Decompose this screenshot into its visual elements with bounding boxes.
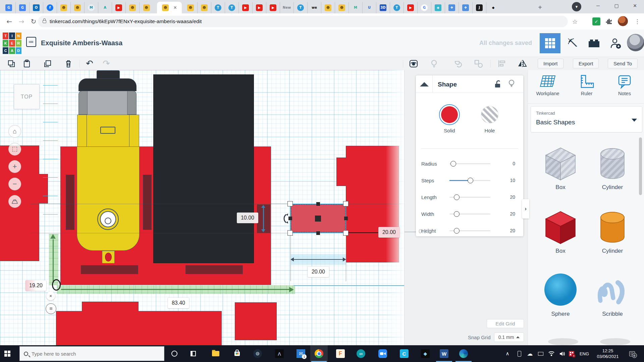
fusion360-icon[interactable]: F <box>333 345 348 362</box>
language-indicator[interactable]: ENG <box>578 345 591 362</box>
edit-grid-button[interactable]: Edit Grid <box>487 319 524 328</box>
browser-tab[interactable]: T <box>294 2 308 13</box>
slider-knob[interactable] <box>454 194 460 200</box>
yellow-body[interactable] <box>77 146 140 251</box>
back-icon[interactable]: ← <box>5 17 14 26</box>
slider-value[interactable]: 20 <box>510 194 515 200</box>
slider-track[interactable] <box>449 197 490 198</box>
tray-expand-icon[interactable]: ∧ <box>502 345 513 362</box>
export-button[interactable]: Export <box>573 59 599 68</box>
browser-tab[interactable]: ☻ <box>57 2 71 13</box>
capcut-icon[interactable]: C <box>397 345 412 362</box>
browser-tab[interactable]: ◈ <box>431 2 445 13</box>
browser-tab[interactable]: New <box>280 2 294 13</box>
edge-handle-right[interactable] <box>344 217 348 220</box>
ruler-options-button[interactable]: ≡ <box>46 303 56 314</box>
yellow-label-window[interactable] <box>100 127 115 134</box>
browser-tab[interactable]: T <box>225 2 239 13</box>
workplane-reset-button[interactable] <box>8 195 21 208</box>
snap-grid-dropdown[interactable]: 0.1 mm <box>494 333 524 342</box>
red-shape-bottom-right[interactable] <box>235 302 277 340</box>
slider-track[interactable] <box>449 230 490 231</box>
arduino-icon[interactable]: ∞ <box>354 345 368 362</box>
ruler-strip-vertical[interactable] <box>49 234 58 285</box>
invite-person-icon[interactable] <box>605 33 626 53</box>
browser-tab[interactable]: G <box>16 2 30 13</box>
browser-tab[interactable]: ▶ <box>239 2 253 13</box>
shape-cylinder-solid[interactable]: Cylinder <box>591 210 634 254</box>
window-minimize-button[interactable]: ─ <box>590 0 606 11</box>
dim-label-width[interactable]: 20.00 <box>308 266 329 277</box>
browser-tab[interactable]: we <box>308 2 321 13</box>
shape-scribble[interactable]: Scribble <box>591 271 634 317</box>
browser-tab[interactable]: ▶ <box>253 2 266 13</box>
shape-sphere[interactable]: Sphere <box>539 271 582 317</box>
window-maximize-button[interactable]: ▢ <box>609 0 624 11</box>
zoom-out-button[interactable]: − <box>8 178 21 190</box>
black-cap-band[interactable] <box>78 78 137 91</box>
notes-tool[interactable]: Notes <box>609 75 640 96</box>
user-avatar[interactable] <box>627 34 644 51</box>
browser-menu-icon[interactable]: ⋮ <box>633 17 641 26</box>
zoom-icon[interactable] <box>375 345 390 362</box>
browser-tab[interactable]: ☻ <box>140 2 153 13</box>
gray-collar-center[interactable] <box>87 91 127 115</box>
browser-tab[interactable]: ❖ <box>445 2 459 13</box>
undo-icon[interactable]: ↶ <box>84 58 95 69</box>
solid-material-button[interactable] <box>439 104 460 125</box>
design-title[interactable]: Exquisite Amberis-Waasa <box>41 39 122 47</box>
slider-knob[interactable] <box>450 161 456 167</box>
red-plate-left-tab[interactable] <box>39 174 48 203</box>
browser-tab[interactable]: M <box>85 2 98 13</box>
browser-tab[interactable]: 3D <box>376 2 390 13</box>
new-tab-button[interactable]: + <box>535 3 545 12</box>
lightning-app-icon[interactable]: ◆ <box>418 345 433 362</box>
display-tray-icon[interactable] <box>535 345 546 362</box>
slider-track[interactable] <box>449 180 490 181</box>
browser-tab[interactable]: ☻ <box>335 2 349 13</box>
show-all-icon[interactable] <box>408 58 419 69</box>
shape-box-solid[interactable]: Box <box>539 210 582 254</box>
browser-tab[interactable]: ▶ <box>112 2 126 13</box>
blocks-view-button[interactable] <box>540 33 560 53</box>
cortana-icon[interactable] <box>167 345 182 362</box>
taskbar-search[interactable] <box>19 346 164 361</box>
red-shape-bottom[interactable] <box>56 311 222 345</box>
copy-icon[interactable] <box>6 58 17 69</box>
red-plate-right[interactable] <box>346 146 399 262</box>
quadrant-tray-icon[interactable]: 4 <box>566 345 577 362</box>
file-explorer-icon[interactable] <box>208 345 223 362</box>
slider-value[interactable]: 20 <box>510 211 515 217</box>
ms-store-icon[interactable] <box>230 345 245 362</box>
browser-tab[interactable]: M <box>349 2 363 13</box>
browser-tab[interactable]: ▶ <box>266 2 280 13</box>
shape-library-dropdown[interactable]: Tinkercad Basic Shapes <box>531 106 642 132</box>
address-bar[interactable]: tinkercad.com/things/6kEpW7fENxY-exquisi… <box>38 16 568 27</box>
browser-tab[interactable]: G <box>2 2 16 13</box>
edge-handle-bottom[interactable] <box>316 231 320 235</box>
slider-track[interactable] <box>449 163 490 164</box>
slider-value[interactable]: 20 <box>510 228 515 233</box>
extensions-puzzle-icon[interactable] <box>606 18 612 25</box>
shape-cylinder-hole[interactable]: Cylinder <box>591 146 634 191</box>
task-view-icon[interactable] <box>186 345 201 362</box>
duplicate-icon[interactable] <box>42 58 53 69</box>
scale-handle-se[interactable] <box>343 230 348 236</box>
slider-value[interactable]: 0 <box>513 161 515 166</box>
taskbar-clock[interactable]: 12:25 03/06/2021 <box>592 348 623 359</box>
tinkercad-logo[interactable]: TINKERCAD <box>3 33 21 54</box>
delete-icon[interactable] <box>63 58 74 69</box>
browser-tab[interactable]: ☻ <box>198 2 211 13</box>
maroon-bar-left[interactable] <box>81 265 138 274</box>
collapse-panel-button[interactable] <box>416 75 433 93</box>
send-to-button[interactable]: Send To <box>608 59 638 68</box>
word-icon[interactable]: W <box>437 345 451 362</box>
dim-label-width-selected[interactable]: 20.00 <box>378 227 400 238</box>
phone-tray-icon[interactable] <box>514 345 525 362</box>
onedrive-tray-icon[interactable]: ☁ <box>525 345 535 362</box>
rotate-handle-icon[interactable] <box>278 213 289 224</box>
scale-handle-sw[interactable] <box>287 230 293 236</box>
edge-handle-top[interactable] <box>316 202 320 206</box>
browser-tab[interactable]: G <box>418 2 431 13</box>
sidebar-scrollbar[interactable] <box>639 137 642 195</box>
